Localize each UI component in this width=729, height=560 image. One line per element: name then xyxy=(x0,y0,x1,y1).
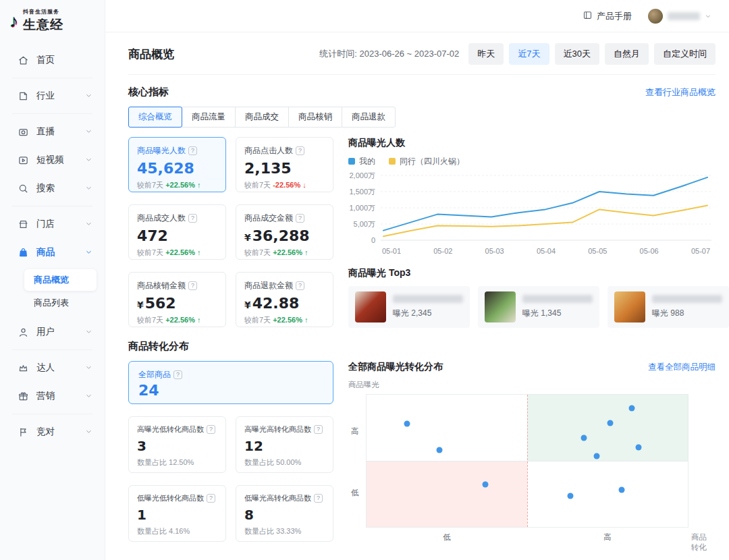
all-products-value: 24 xyxy=(138,382,323,399)
help-icon[interactable]: ? xyxy=(314,494,323,503)
sidebar-item-competitor[interactable]: 竞对 xyxy=(0,418,105,446)
main-area: 产品手册 商品概览 统计时间: 2023-06-26 ~ 2023-07-02 … xyxy=(105,0,729,560)
conversion-card-0[interactable]: 高曝光低转化商品数? 3 数量占比 12.50% xyxy=(128,416,226,473)
account-name-redacted xyxy=(668,12,700,20)
metric-cards: 商品曝光人数? 45,628 较前7天 +22.56% ↑ 商品点击人数? 2,… xyxy=(128,137,333,328)
help-icon[interactable]: ? xyxy=(188,146,197,155)
tab-4[interactable]: 商品退款 xyxy=(342,107,396,128)
date-btn-2[interactable]: 近30天 xyxy=(555,43,599,65)
date-filters: 统计时间: 2023-06-26 ~ 2023-07-02 昨天近7天近30天自… xyxy=(319,43,716,65)
chevron-down-icon xyxy=(85,426,92,438)
product-name-redacted xyxy=(393,295,463,303)
svg-text:1,000万: 1,000万 xyxy=(349,204,375,212)
chevron-down-icon xyxy=(85,90,92,102)
help-icon[interactable]: ? xyxy=(314,425,323,434)
metric-tabs: 综合概览商品流量商品成交商品核销商品退款 xyxy=(128,107,716,128)
nav-divider xyxy=(12,349,92,350)
sidebar-subitem-1[interactable]: 商品列表 xyxy=(24,292,97,314)
metric-card-5[interactable]: 商品退款金额? ¥42.88 较前7天 +22.56% ↑ xyxy=(236,272,333,327)
sidebar-item-store[interactable]: 门店 xyxy=(0,210,105,238)
line-chart: 2,000万1,500万1,000万5,00万005-0105-0205-030… xyxy=(348,169,716,260)
sidebar-item-goods[interactable]: 商品 xyxy=(0,238,105,267)
chevron-down-icon xyxy=(85,326,92,338)
all-products-detail-link[interactable]: 查看全部商品明细 xyxy=(648,362,716,373)
top3-item-2[interactable]: 曝光 988 xyxy=(608,286,729,328)
scatter-dot-5[interactable] xyxy=(593,453,599,459)
industry-overview-link[interactable]: 查看行业商品概览 xyxy=(645,86,716,99)
conversion-card-3[interactable]: 低曝光高转化商品数? 8 数量占比 33.33% xyxy=(236,485,333,542)
scatter-dot-7[interactable] xyxy=(618,486,624,493)
conversion-card-2[interactable]: 低曝光低转化商品数? 1 数量占比 4.16% xyxy=(128,485,226,542)
stat-time-label: 统计时间: xyxy=(319,49,357,59)
sidebar-item-user[interactable]: 用户 xyxy=(0,318,105,346)
sidebar-item-industry[interactable]: 行业 xyxy=(0,82,105,110)
metric-card-4[interactable]: 商品核销金额? ¥562 较前7天 +22.56% ↑ xyxy=(128,272,226,327)
help-icon[interactable]: ? xyxy=(296,281,304,290)
conversion-section: 商品转化分布 全部商品 ? 24 高曝光低转化商品数? 3 数量占比 12.50… xyxy=(128,340,716,546)
nav-divider xyxy=(12,414,92,414)
legend-item-1[interactable]: 同行（四川火锅） xyxy=(389,156,464,167)
sidebar: ♪ 抖音生活服务 生意经 首页 行业 直播 短视频 搜索 xyxy=(0,0,105,560)
date-btn-3[interactable]: 自然月 xyxy=(605,43,649,65)
metric-card-3[interactable]: 商品成交金额? ¥36,288 较前7天 +22.56% ↑ xyxy=(236,204,333,260)
scatter-x-axis-label: 商品转化 xyxy=(691,532,710,553)
conversion-card-1[interactable]: 高曝光高转化商品数? 12 数量占比 50.00% xyxy=(236,416,333,473)
nav-divider xyxy=(12,113,92,114)
nav-divider xyxy=(12,78,92,78)
competitor-icon xyxy=(18,426,29,438)
scatter-panel: 全部商品曝光转化分布 查看全部商品明细 商品曝光 高 低 低 高 商品转化 xyxy=(348,361,716,546)
all-products-card[interactable]: 全部商品 ? 24 xyxy=(128,361,333,404)
help-icon[interactable]: ? xyxy=(207,494,215,503)
product-manual-button[interactable]: 产品手册 xyxy=(583,10,632,22)
sidebar-subitem-0[interactable]: 商品概览 xyxy=(24,269,97,291)
date-btn-1[interactable]: 近7天 xyxy=(509,43,549,65)
topbar: 产品手册 xyxy=(105,0,729,32)
date-btn-0[interactable]: 昨天 xyxy=(468,43,504,65)
chart-legend: 我的同行（四川火锅） xyxy=(348,156,716,167)
top3-item-0[interactable]: 曝光 2,345 xyxy=(348,286,470,328)
top3-title: 商品曝光 Top3 xyxy=(348,267,716,279)
metric-card-0[interactable]: 商品曝光人数? 45,628 较前7天 +22.56% ↑ xyxy=(128,137,226,192)
metric-card-1[interactable]: 商品点击人数? 2,135 较前7天 -22.56% ↓ xyxy=(236,137,333,192)
nav-divider xyxy=(12,206,92,206)
scatter-dot-2[interactable] xyxy=(482,481,488,487)
tab-0[interactable]: 综合概览 xyxy=(128,107,182,128)
svg-text:5,00万: 5,00万 xyxy=(354,220,375,228)
help-icon[interactable]: ? xyxy=(296,146,304,155)
scatter-xtick-high: 高 xyxy=(603,532,612,542)
help-icon[interactable]: ? xyxy=(207,425,215,434)
line-chart-title: 商品曝光人数 xyxy=(348,137,716,149)
account-menu[interactable] xyxy=(648,9,711,24)
top3-item-1[interactable]: 曝光 1,345 xyxy=(478,286,599,328)
help-icon[interactable]: ? xyxy=(296,214,304,223)
scatter-dot-0[interactable] xyxy=(404,420,410,426)
date-btn-4[interactable]: 自定义时间 xyxy=(654,43,716,65)
tab-2[interactable]: 商品成交 xyxy=(235,107,289,128)
scatter-dot-8[interactable] xyxy=(628,405,634,412)
svg-text:0: 0 xyxy=(371,236,375,244)
chevron-down-icon xyxy=(85,218,92,230)
legend-item-0[interactable]: 我的 xyxy=(348,156,375,167)
scatter-dot-1[interactable] xyxy=(436,447,442,453)
sidebar-item-marketing[interactable]: 营销 xyxy=(0,382,105,410)
core-metrics-section: 核心指标 查看行业商品概览 综合概览商品流量商品成交商品核销商品退款 商品曝光人… xyxy=(128,86,716,328)
tab-3[interactable]: 商品核销 xyxy=(288,107,342,128)
scatter-dot-3[interactable] xyxy=(568,493,574,499)
help-icon[interactable]: ? xyxy=(173,370,182,379)
metric-card-2[interactable]: 商品成交人数? 472 较前7天 +22.56% ↑ xyxy=(128,204,226,260)
tab-1[interactable]: 商品流量 xyxy=(182,107,236,128)
scatter-dot-9[interactable] xyxy=(635,444,641,450)
help-icon[interactable]: ? xyxy=(188,281,197,290)
sidebar-nav: 首页 行业 直播 短视频 搜索 门店 商品 商品概览商品列表 xyxy=(0,40,105,446)
sidebar-item-talent[interactable]: 达人 xyxy=(0,354,105,382)
svg-text:05-05: 05-05 xyxy=(588,247,607,255)
help-icon[interactable]: ? xyxy=(188,214,197,223)
sidebar-item-search[interactable]: 搜索 xyxy=(0,174,105,202)
brand-logo: ♪ 抖音生活服务 生意经 xyxy=(0,0,105,40)
sidebar-item-live[interactable]: 直播 xyxy=(0,117,105,146)
sidebar-item-video[interactable]: 短视频 xyxy=(0,146,105,174)
scatter-dot-6[interactable] xyxy=(607,420,613,426)
scatter-dot-4[interactable] xyxy=(581,435,587,441)
product-image xyxy=(614,291,645,323)
sidebar-item-home[interactable]: 首页 xyxy=(0,46,105,74)
